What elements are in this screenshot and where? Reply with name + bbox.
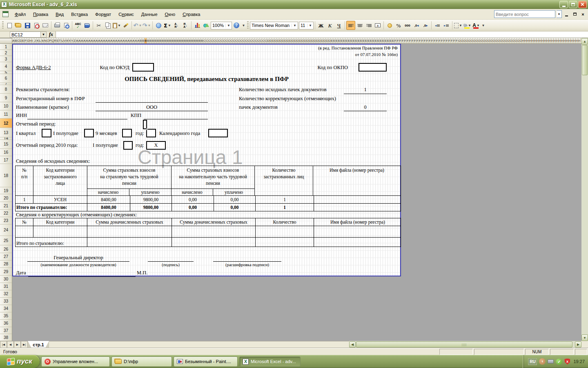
- row-header-28[interactable]: 28: [0, 260, 12, 268]
- cell[interactable]: [87, 238, 172, 247]
- row-header-26[interactable]: 26: [0, 245, 12, 253]
- scroll-down-button[interactable]: ▼: [581, 334, 588, 341]
- row-header-37[interactable]: 37: [0, 327, 12, 334]
- bold-button[interactable]: Ж: [316, 21, 325, 30]
- print-page[interactable]: Страница 1 (в ред. Постановления Правлен…: [12, 44, 401, 276]
- row-header-4[interactable]: 4: [0, 62, 12, 71]
- toolbar-grip[interactable]: [2, 21, 4, 29]
- close-button[interactable]: ✕: [578, 1, 587, 8]
- permission-button[interactable]: [32, 21, 41, 30]
- redo-button[interactable]: ↷▼: [142, 21, 151, 30]
- research-button[interactable]: [82, 21, 91, 30]
- row-header-35[interactable]: 35: [0, 312, 12, 320]
- row-header-12[interactable]: 12: [0, 119, 12, 128]
- next-sheet-button[interactable]: ▶: [14, 341, 21, 348]
- row-header-25[interactable]: 25: [0, 236, 12, 245]
- doc-minimize-button[interactable]: [563, 11, 570, 18]
- cell[interactable]: [255, 226, 314, 237]
- question-input[interactable]: [494, 10, 555, 18]
- cell[interactable]: 8400,00: [87, 196, 130, 203]
- print-preview-button[interactable]: [62, 21, 71, 30]
- keyboard-tray-icon[interactable]: [548, 359, 554, 364]
- row-header-32[interactable]: 32: [0, 290, 12, 298]
- row-header-29[interactable]: 29: [0, 268, 12, 276]
- period2010-year-box[interactable]: X: [146, 141, 166, 150]
- name-short-value[interactable]: ООО: [96, 104, 208, 110]
- task-paint[interactable]: Безымянный - Paint....: [174, 357, 238, 367]
- menu-Правка[interactable]: Правка: [29, 10, 52, 18]
- row-header-1[interactable]: 1: [0, 44, 12, 50]
- prev-sheet-button[interactable]: ◀: [7, 341, 14, 348]
- cell[interactable]: 0,00: [172, 204, 214, 211]
- row-header-10[interactable]: 10: [0, 102, 12, 110]
- borders-button[interactable]: ▼: [454, 21, 463, 30]
- row-header-13[interactable]: 13: [0, 128, 12, 137]
- underline-button[interactable]: Ч: [334, 21, 343, 30]
- sort-descending-button[interactable]: ЯА↓: [181, 21, 190, 30]
- row-header-15[interactable]: 15: [0, 140, 12, 149]
- scroll-up-button[interactable]: ▲: [581, 38, 588, 45]
- restore-button[interactable]: [569, 1, 577, 8]
- italic-button[interactable]: К: [325, 21, 334, 30]
- excel-app-icon[interactable]: X: [1, 2, 7, 7]
- q1-checkbox[interactable]: [42, 129, 51, 137]
- toolbar-options-button[interactable]: ▼: [241, 21, 246, 30]
- row-header-9[interactable]: 9: [0, 94, 12, 102]
- decrease-decimal-button[interactable]: ,0▸: [421, 21, 430, 30]
- cell[interactable]: УСЕН: [33, 196, 87, 203]
- worksheet-grid[interactable]: 1234567891011121314151617181920212223242…: [0, 44, 581, 341]
- cell[interactable]: 1: [255, 204, 314, 211]
- col-header-HX[interactable]: HX: [578, 38, 581, 43]
- save-button[interactable]: [23, 21, 32, 30]
- align-right-button[interactable]: [364, 21, 373, 30]
- menu-Формат[interactable]: Формат: [91, 10, 115, 18]
- cal-year-box[interactable]: [208, 129, 228, 137]
- menu-Сервис[interactable]: Сервис: [115, 10, 138, 18]
- period2010-h1-checkbox[interactable]: [123, 141, 133, 150]
- increase-indent-button[interactable]: ▸: [442, 21, 451, 30]
- zoom-select[interactable]: 100%▼: [211, 22, 232, 29]
- autosum-button[interactable]: Σ▼: [163, 21, 172, 30]
- menu-Справка[interactable]: Справка: [179, 10, 204, 18]
- format-painter-button[interactable]: [121, 21, 130, 30]
- horizontal-scroll-thumb[interactable]: ||||: [356, 341, 572, 348]
- language-indicator[interactable]: RU: [528, 358, 537, 365]
- vertical-scrollbar[interactable]: ▲ ▼: [581, 38, 588, 341]
- start-button[interactable]: пуск: [0, 355, 40, 368]
- row-header-23[interactable]: 23: [0, 217, 12, 224]
- cell[interactable]: 0,00: [172, 196, 214, 203]
- task-opera[interactable]: O Управление вложен...: [41, 357, 110, 367]
- row-header-36[interactable]: 36: [0, 320, 12, 327]
- menu-Файл[interactable]: Файл: [11, 10, 29, 18]
- clock[interactable]: 19:27: [573, 359, 585, 364]
- spelling-button[interactable]: ABC✓: [74, 21, 82, 30]
- scroll-left-button[interactable]: ◀: [349, 341, 356, 348]
- okud-value-box[interactable]: [132, 63, 154, 72]
- cut-button[interactable]: ✂: [94, 21, 103, 30]
- font-name-select[interactable]: Times New Roman▼: [250, 22, 298, 29]
- security-shield-icon[interactable]: x: [564, 359, 570, 365]
- row-header-20[interactable]: 20: [0, 194, 12, 202]
- help-button[interactable]: ?: [232, 21, 241, 30]
- cell[interactable]: 1: [16, 196, 33, 203]
- merge-center-button[interactable]: a: [373, 21, 382, 30]
- formula-input[interactable]: [56, 31, 588, 38]
- worksheet-menu-icon[interactable]: [2, 11, 9, 17]
- row-header-31[interactable]: 31: [0, 283, 12, 290]
- row-header-3[interactable]: 3: [0, 56, 12, 62]
- cell[interactable]: [314, 204, 401, 211]
- row-header-30[interactable]: 30: [0, 276, 12, 283]
- row-header-19[interactable]: 19: [0, 187, 12, 194]
- row-header-33[interactable]: 33: [0, 298, 12, 305]
- font-size-select[interactable]: 11▼: [299, 22, 314, 29]
- cell[interactable]: [87, 226, 172, 237]
- sheet-tab[interactable]: стр.1: [28, 341, 49, 348]
- cell[interactable]: [172, 226, 255, 237]
- name-box-dropdown-icon[interactable]: ▼: [41, 31, 47, 38]
- row-header-34[interactable]: 34: [0, 305, 12, 312]
- currency-button[interactable]: [385, 21, 394, 30]
- doc-restore-button[interactable]: [571, 11, 578, 18]
- name-box[interactable]: BC12: [10, 31, 41, 38]
- increase-decimal-button[interactable]: ,0◂: [412, 21, 421, 30]
- total-label-cell[interactable]: Итого по страхователю:: [16, 238, 87, 247]
